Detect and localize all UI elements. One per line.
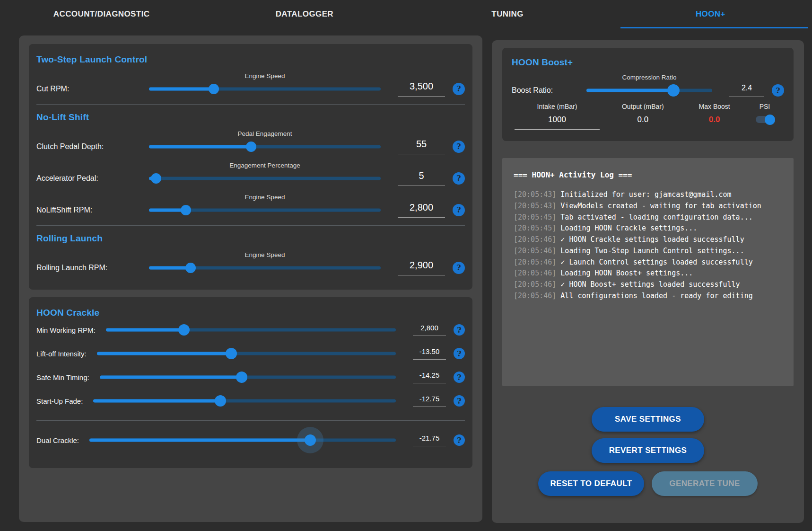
intake-stat: Intake (mBar) 1000 <box>515 103 600 130</box>
log-timestamp: [20:05:45] <box>514 213 556 221</box>
hoon-boost-card: HOON Boost+ Boost Ratio: Compression Rat… <box>502 48 794 141</box>
dual-crackle-label: Dual Crackle: <box>36 436 79 444</box>
revert-settings-button[interactable]: REVERT SETTINGS <box>592 438 704 463</box>
slider-thumb[interactable] <box>181 205 191 215</box>
launch-control-card: Two-Step Launch Control Cut RPM: Engine … <box>29 44 472 290</box>
activity-log[interactable]: === HOON+ Activity Log === [20:05:43] In… <box>502 158 794 386</box>
log-timestamp: [20:05:46] <box>514 280 556 289</box>
log-timestamp: [20:05:46] <box>514 258 556 266</box>
intake-field[interactable]: 1000 <box>515 115 600 130</box>
log-entry: [20:05:46] Loading HOON Boost+ settings.… <box>514 268 782 279</box>
bottom-button-row: RESET TO DEFAULT GENERATE TUNE <box>538 471 758 496</box>
tab-hoon-plus[interactable]: HOON+ <box>609 0 812 28</box>
safe-min-timing-label: Safe Min Timing: <box>36 373 89 381</box>
clutch-pedal-value[interactable]: 55 <box>398 139 445 154</box>
intake-label: Intake (mBar) <box>515 103 600 110</box>
startup-fade-value[interactable]: -12.75 <box>413 395 446 407</box>
psi-toggle[interactable] <box>756 116 774 123</box>
activity-log-title: === HOON+ Activity Log === <box>514 170 782 179</box>
accelerator-pedal-slider[interactable] <box>149 172 381 185</box>
clutch-pedal-row: Clutch Pedal Depth: Pedal Engagement 55 … <box>36 128 465 154</box>
slider-thumb[interactable] <box>246 142 256 152</box>
startup-fade-label: Start-Up Fade: <box>36 397 83 405</box>
log-timestamp: [20:05:46] <box>514 235 556 244</box>
slider-thumb[interactable] <box>178 324 190 336</box>
dual-crackle-value[interactable]: -21.75 <box>413 434 446 446</box>
log-entry: [20:05:45] Loading HOON Crackle settings… <box>514 223 782 234</box>
accelerator-pedal-caption: Engagement Percentage <box>149 162 381 169</box>
no-lift-heading: No-Lift Shift <box>36 112 465 123</box>
help-icon[interactable]: ? <box>454 372 465 383</box>
save-settings-button[interactable]: SAVE SETTINGS <box>592 407 704 432</box>
min-working-rpm-slider[interactable] <box>106 324 396 336</box>
help-icon[interactable]: ? <box>454 324 465 336</box>
noliftshift-rpm-caption: Engine Speed <box>149 194 381 201</box>
min-working-rpm-row: Min Working RPM: 2,800 ? <box>36 324 465 336</box>
cut-rpm-slider[interactable] <box>149 83 381 95</box>
cut-rpm-caption: Engine Speed <box>149 72 381 80</box>
cut-rpm-value[interactable]: 3,500 <box>398 81 445 97</box>
startup-fade-row: Start-Up Fade: -12.75 ? <box>36 395 465 407</box>
help-icon[interactable]: ? <box>453 262 465 274</box>
slider-thumb[interactable] <box>151 173 161 184</box>
output-value: 0.0 <box>605 115 681 124</box>
log-entry: [20:05:45] Tab activated - loading confi… <box>514 212 782 223</box>
accelerator-pedal-value[interactable]: 5 <box>398 170 445 186</box>
rolling-launch-value[interactable]: 2,900 <box>398 260 445 275</box>
help-icon[interactable]: ? <box>454 395 465 407</box>
boost-ratio-label: Boost Ratio: <box>512 86 583 95</box>
slider-thumb[interactable] <box>667 84 680 97</box>
two-step-heading: Two-Step Launch Control <box>36 54 465 65</box>
generate-tune-button[interactable]: GENERATE TUNE <box>652 471 758 496</box>
active-tab-indicator <box>620 27 808 28</box>
startup-fade-slider[interactable] <box>93 395 396 407</box>
help-icon[interactable]: ? <box>453 204 465 216</box>
max-boost-label: Max Boost <box>686 103 743 110</box>
slider-thumb[interactable] <box>236 372 247 383</box>
tab-label: HOON+ <box>696 9 725 19</box>
rolling-launch-slider[interactable] <box>149 262 381 274</box>
lift-off-intensity-slider[interactable] <box>97 347 396 360</box>
rolling-launch-label: Rolling Launch RPM: <box>36 264 145 272</box>
clutch-pedal-slider[interactable] <box>149 141 381 153</box>
log-timestamp: [20:05:46] <box>514 247 556 255</box>
help-icon[interactable]: ? <box>454 434 465 446</box>
help-icon[interactable]: ? <box>454 348 465 359</box>
tab-datalogger[interactable]: DATALOGGER <box>203 0 406 28</box>
max-boost-stat: Max Boost 0.0 <box>686 103 743 124</box>
lift-off-intensity-value[interactable]: -13.50 <box>413 347 446 360</box>
slider-thumb[interactable] <box>305 434 316 446</box>
boost-ratio-value[interactable]: 2.4 <box>729 84 764 97</box>
noliftshift-rpm-label: NoLiftShift RPM: <box>36 206 145 214</box>
dual-crackle-row: Dual Crackle: -21.75 ? <box>36 434 465 446</box>
boost-ratio-slider[interactable] <box>586 84 712 97</box>
log-entry: [20:05:46] All configurations loaded - r… <box>514 291 782 301</box>
slider-thumb[interactable] <box>209 84 219 94</box>
noliftshift-rpm-value[interactable]: 2,800 <box>398 202 445 218</box>
log-timestamp: [20:05:46] <box>514 269 556 277</box>
reset-to-default-button[interactable]: RESET TO DEFAULT <box>538 471 644 496</box>
safe-min-timing-slider[interactable] <box>100 371 396 383</box>
min-working-rpm-value[interactable]: 2,800 <box>413 324 446 336</box>
toggle-thumb[interactable] <box>765 115 775 125</box>
action-buttons: SAVE SETTINGS REVERT SETTINGS RESET TO D… <box>502 407 794 496</box>
cut-rpm-row: Cut RPM: Engine Speed 3,500 ? <box>36 71 465 97</box>
help-icon[interactable]: ? <box>772 84 784 97</box>
tab-tuning[interactable]: TUNING <box>406 0 609 28</box>
lift-off-intensity-row: Lift-off Intensity: -13.50 ? <box>36 347 465 360</box>
help-icon[interactable]: ? <box>453 172 465 185</box>
clutch-pedal-caption: Pedal Engagement <box>149 130 381 137</box>
help-icon[interactable]: ? <box>453 83 465 95</box>
slider-thumb[interactable] <box>185 263 196 273</box>
safe-min-timing-value[interactable]: -14.25 <box>413 371 446 383</box>
output-stat: Output (mBar) 0.0 <box>605 103 681 124</box>
tab-account-diagnostic[interactable]: ACCOUNT/DIAGNOSTIC <box>0 0 203 28</box>
help-icon[interactable]: ? <box>453 141 465 153</box>
safe-min-timing-row: Safe Min Timing: -14.25 ? <box>36 371 465 383</box>
dual-crackle-slider[interactable] <box>89 434 396 446</box>
hoon-boost-heading: HOON Boost+ <box>512 57 784 68</box>
slider-thumb[interactable] <box>215 395 226 407</box>
slider-thumb[interactable] <box>226 348 237 359</box>
noliftshift-rpm-slider[interactable] <box>149 204 381 216</box>
cut-rpm-label: Cut RPM: <box>36 85 145 93</box>
